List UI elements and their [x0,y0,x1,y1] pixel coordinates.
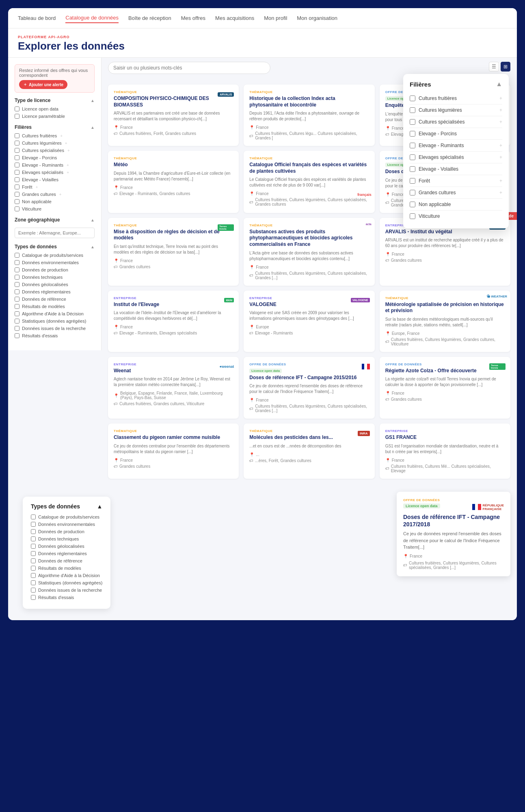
card-meteo-spatialisee[interactable]: THÉMATIQUE 🌦 WEATHER Météorologie spatia… [380,291,510,352]
checkbox-grandes-cultures[interactable]: Grandes cultures+ [15,192,95,197]
card-substances-actives[interactable]: THÉMATIQUE acta Substances actives des p… [244,218,374,286]
te-aad[interactable]: Algorithme d'Aide à la Décision [31,573,102,578]
te-tech[interactable]: Données techniques [31,536,102,541]
checkbox-non-applicable[interactable]: Non applicable [15,199,95,204]
filieres-non-applicable[interactable]: Non applicable [410,199,502,211]
filieres-grandes-cultures[interactable]: Grandes cultures + [410,187,502,199]
nav-boite-de-reception[interactable]: Boîte de réception [128,13,171,23]
te-essais[interactable]: Résultats d'essais [31,595,102,600]
te-regl[interactable]: Données réglementaires [31,551,102,556]
checkbox-elevage-volailles[interactable]: Elevage - Volailles [15,177,95,182]
licence-open-checkbox[interactable] [15,106,19,111]
checkbox-regl[interactable]: Données réglementaires [15,289,95,294]
checkbox-essais[interactable]: Résultats d'essais [15,333,95,338]
checkbox-elevage-porcins[interactable]: Elevage - Porcins [15,155,95,160]
checkbox-cultures-fruitieres[interactable]: Cultures fruitières+ [15,133,95,138]
filieres-gc-checkbox[interactable] [410,190,415,195]
chevron-up-types: ▲ [97,503,103,510]
card-weenat[interactable]: ENTREPRISE ●weenat Weenat Agtech nantais… [108,357,239,419]
checkbox-cultures-legumiere[interactable]: Cultures légumières+ [15,141,95,145]
detail-badge: Licence open data [403,504,440,508]
card-valogene[interactable]: ENTREPRISE VALOGENE VALOGENE Valogene es… [244,291,374,352]
filieres-cultures-fruitieres[interactable]: Cultures fruitières + [410,93,502,104]
checkbox-foret[interactable]: Forêt+ [15,185,95,189]
card-gs1-france[interactable]: ENTREPRISE GS1 FRANCE GS1 est l'organisa… [380,423,510,479]
logo-weenat: ●weenat [218,362,234,371]
checkbox-aad[interactable]: Algorithme d'Aide à la Décision [15,311,95,316]
geo-input[interactable] [15,228,95,238]
checkbox-tech[interactable]: Données techniques [15,275,95,280]
filieres-na-checkbox[interactable] [410,202,415,207]
checkbox-licence-parametrable[interactable]: Licence paramétrable [15,114,95,119]
close-filieres-icon[interactable]: ▲ [496,80,502,88]
filieres-elevage-porcins[interactable]: Elevage - Porcins [410,128,502,140]
filieres-cultures-legumières[interactable]: Cultures légumières + [410,104,502,116]
logo-terres-2: Terres Inovia [489,362,506,371]
search-input[interactable] [108,62,270,74]
checkbox-geo[interactable]: Données géolocalisées [15,282,95,287]
te-env[interactable]: Données environnementales [31,522,102,527]
checkbox-catalogue[interactable]: Catalogue de produits/services [15,253,95,258]
filieres-elevages-specialises[interactable]: Elevages spécialisés + [410,152,502,163]
checkbox-licence-open[interactable]: Licence open data [15,106,95,111]
card-historique-index-acta[interactable]: THÉMATIQUE Historique de la collection I… [244,85,374,146]
te-ref[interactable]: Données de référence [31,558,102,563]
filter-type-licence-title[interactable]: Type de licence ▲ [15,98,95,103]
filter-types-donnees: Types de données ▲ Catalogue de produits… [15,244,95,338]
checkbox-prod[interactable]: Données de production [15,267,95,272]
checkbox-elevages-specialises[interactable]: Elevages spécialisés+ [15,170,95,175]
checkbox-ref[interactable]: Données de référence [15,297,95,302]
alert-button[interactable]: ＋ Ajouter une alerte [19,80,67,89]
checkbox-recherche[interactable]: Données issues de la recherche [15,326,95,331]
nav-mon-organisation[interactable]: Mon organisation [297,13,337,23]
filieres-ev-checkbox[interactable] [410,166,415,172]
card-catalogue-officiel[interactable]: THÉMATIQUE Catalogue Officiel français d… [244,151,374,213]
nav-mes-acquisitions[interactable]: Mes acquisitions [215,13,254,23]
nav-catalogue-de-donnees[interactable]: Catalogue de données [65,13,119,23]
card-institut-elevage[interactable]: ENTREPRISE idele Institut de l'Elevage L… [108,291,239,352]
licence-parametrable-checkbox[interactable] [15,114,19,119]
card-mise-a-disposition[interactable]: THÉMATIQUE Terres Inovia Mise à disposit… [108,218,239,286]
nav-tableau-de-bord[interactable]: Tableau de bord [18,13,56,23]
nav-mes-offres[interactable]: Mes offres [181,13,205,23]
te-geo[interactable]: Données géolocalisées [31,544,102,549]
checkbox-stats[interactable]: Statistiques (données agrégées) [15,319,95,323]
card-meteo[interactable]: THÉMATIQUE Météo Depuis 1994, la Chambre… [108,151,239,213]
filieres-cultures-specialisees[interactable]: Cultures spécialisées + [410,116,502,128]
filieres-cf-checkbox[interactable] [410,96,415,101]
nav-mon-profil[interactable]: Mon profil [264,13,287,23]
card-doses-ift-2015[interactable]: OFFRE DE DONNÉES Licence open data Doses… [244,357,374,419]
filieres-viticulture[interactable]: Viticulture [410,211,502,222]
checkbox-elevage-ruminants[interactable]: Elevage - Ruminants+ [15,163,95,167]
card-composition-physico[interactable]: THÉMATIQUE ARVALIS COMPOSITION PHYSICO-C… [108,85,239,146]
te-stats[interactable]: Statistiques (données agrégées) [31,580,102,585]
card-pigeon-ramier[interactable]: THÉMATIQUE Classement du pigeon ramier c… [108,423,239,479]
filieres-elevage-ruminants[interactable]: Elevage - Ruminants + [410,140,502,152]
list-view-toggle[interactable]: ☰ [489,62,499,72]
filter-types-donnees-title[interactable]: Types de données ▲ [15,244,95,250]
filieres-es-checkbox[interactable] [410,154,415,160]
checkbox-viticulture[interactable]: Viticulture [15,206,95,211]
filieres-cl-checkbox[interactable] [410,107,415,113]
filieres-foret-checkbox[interactable] [410,178,415,184]
filieres-er-checkbox[interactable] [410,143,415,148]
filieres-ep-checkbox[interactable] [410,131,415,137]
te-prod[interactable]: Données de production [31,529,102,534]
card-molecules-pesticides[interactable]: THÉMATIQUE INRA Molécules des pesticides… [244,423,374,479]
te-recherche[interactable]: Données issues de la recherche [31,588,102,593]
filieres-foret[interactable]: Forêt + [410,175,502,187]
filieres-vit-checkbox[interactable] [410,213,415,219]
filter-zone-geo-title[interactable]: Zone géographique ▲ [15,217,95,223]
filieres-cs-checkbox[interactable] [410,119,415,125]
filter-filieres-title[interactable]: Filières ▲ [15,124,95,130]
checkbox-modeles[interactable]: Résultats de modèles [15,304,95,309]
card-regiette-azote[interactable]: OFFRE DE DONNÉES Terres Inovia Régiette … [380,357,510,419]
te-catalogue[interactable]: Catalogue de produits/services [31,515,102,519]
te-modeles[interactable]: Résultats de modèles [31,566,102,571]
filieres-elevage-volailles[interactable]: Elevage - Volailles [410,163,502,175]
detail-desc: Ce jeu de données reprend l'ensemble des… [403,530,504,551]
checkbox-env[interactable]: Données environnementales [15,260,95,265]
checkbox-cultures-specialisees[interactable]: Cultures spécialisées+ [15,148,95,153]
grid-view-toggle[interactable]: ⊞ [501,62,510,72]
types-donnees-expanded-title[interactable]: Types de données ▲ [31,503,102,510]
